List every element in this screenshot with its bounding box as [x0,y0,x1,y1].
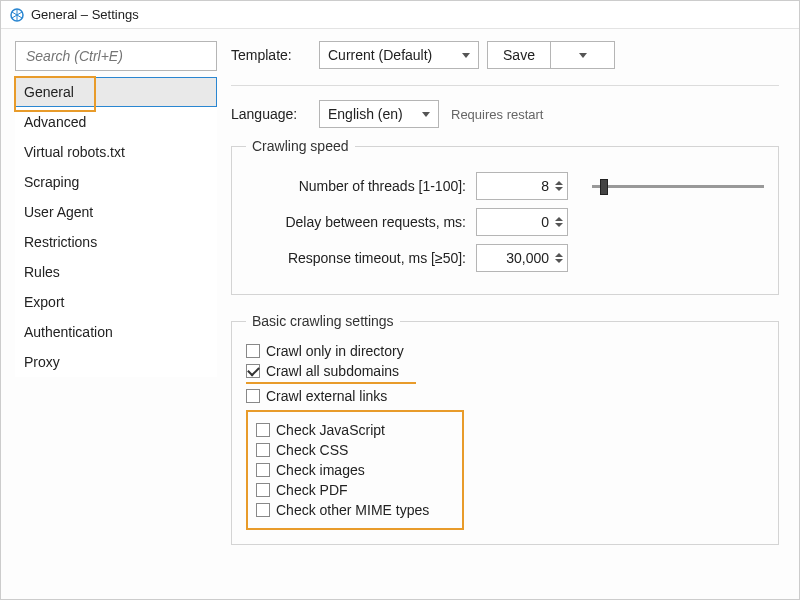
threads-value: 8 [541,178,549,194]
sidebar-item-restrictions[interactable]: Restrictions [15,227,217,257]
spinner-icon[interactable] [553,175,565,197]
basic-crawling-legend: Basic crawling settings [246,313,400,329]
checkbox-label: Check JavaScript [276,422,385,438]
sidebar: General Advanced Virtual robots.txt Scra… [15,41,217,599]
sidebar-item-advanced[interactable]: Advanced [15,107,217,137]
check-js-checkbox[interactable]: Check JavaScript [256,422,454,438]
sidebar-item-scraping[interactable]: Scraping [15,167,217,197]
check-pdf-checkbox[interactable]: Check PDF [256,482,454,498]
delay-input[interactable]: 0 [476,208,568,236]
template-label: Template: [231,47,311,63]
sidebar-item-label: Advanced [24,114,86,130]
basic-crawling-group: Basic crawling settings Crawl only in di… [231,313,779,545]
crawling-speed-legend: Crawling speed [246,138,355,154]
checkbox-icon [256,463,270,477]
threads-input[interactable]: 8 [476,172,568,200]
sidebar-item-label: Scraping [24,174,79,190]
language-value: English (en) [328,106,403,122]
delay-label: Delay between requests, ms: [246,214,466,230]
sidebar-item-label: Restrictions [24,234,97,250]
sidebar-item-virtual-robots[interactable]: Virtual robots.txt [15,137,217,167]
checkbox-icon [256,503,270,517]
sidebar-item-export[interactable]: Export [15,287,217,317]
app-icon [9,7,25,23]
sidebar-item-user-agent[interactable]: User Agent [15,197,217,227]
delay-value: 0 [541,214,549,230]
check-css-checkbox[interactable]: Check CSS [256,442,454,458]
window-title: General – Settings [31,7,139,22]
sidebar-item-label: Authentication [24,324,113,340]
check-types-highlight: Check JavaScript Check CSS Check images … [246,410,464,530]
checkbox-icon [256,423,270,437]
language-hint: Requires restart [451,107,543,122]
template-value: Current (Default) [328,47,432,63]
sidebar-item-authentication[interactable]: Authentication [15,317,217,347]
checkbox-label: Crawl external links [266,388,387,404]
checkbox-label: Check PDF [276,482,348,498]
language-select[interactable]: English (en) [319,100,439,128]
language-label: Language: [231,106,311,122]
checkbox-icon [256,443,270,457]
checkbox-label: Crawl all subdomains [266,363,399,379]
threads-label: Number of threads [1-100]: [246,178,466,194]
search-input[interactable] [24,47,208,65]
titlebar: General – Settings [1,1,799,29]
sidebar-nav: General Advanced Virtual robots.txt Scra… [15,77,217,377]
divider [231,85,779,86]
crawl-subdomains-checkbox[interactable]: Crawl all subdomains [246,363,416,384]
chevron-down-icon [422,112,430,117]
checkbox-label: Crawl only in directory [266,343,404,359]
search-input-wrap[interactable] [15,41,217,71]
spinner-icon[interactable] [553,211,565,233]
chevron-down-icon [579,53,587,58]
spinner-icon[interactable] [553,247,565,269]
checkbox-label: Check images [276,462,365,478]
checkbox-icon [246,364,260,378]
sidebar-item-label: User Agent [24,204,93,220]
checkbox-icon [256,483,270,497]
sidebar-item-label: Export [24,294,64,310]
sidebar-item-label: Rules [24,264,60,280]
sidebar-item-label: General [24,84,74,100]
crawl-external-checkbox[interactable]: Crawl external links [246,388,764,404]
timeout-input[interactable]: 30,000 [476,244,568,272]
timeout-label: Response timeout, ms [≥50]: [246,250,466,266]
sidebar-item-label: Virtual robots.txt [24,144,125,160]
sidebar-item-proxy[interactable]: Proxy [15,347,217,377]
sidebar-item-rules[interactable]: Rules [15,257,217,287]
save-button-group: Save [487,41,615,69]
checkbox-label: Check CSS [276,442,348,458]
check-mime-checkbox[interactable]: Check other MIME types [256,502,454,518]
settings-window: General – Settings General Advanced Virt… [0,0,800,600]
crawling-speed-group: Crawling speed Number of threads [1-100]… [231,138,779,295]
save-dropdown-button[interactable] [551,41,615,69]
check-images-checkbox[interactable]: Check images [256,462,454,478]
checkbox-label: Check other MIME types [276,502,429,518]
checkbox-icon [246,389,260,403]
timeout-value: 30,000 [506,250,549,266]
main-panel: Template: Current (Default) Save Languag… [231,41,785,599]
checkbox-icon [246,344,260,358]
sidebar-item-label: Proxy [24,354,60,370]
threads-slider[interactable] [592,176,764,196]
crawl-dir-checkbox[interactable]: Crawl only in directory [246,343,764,359]
save-button[interactable]: Save [487,41,551,69]
chevron-down-icon [462,53,470,58]
slider-thumb[interactable] [600,179,608,195]
template-select[interactable]: Current (Default) [319,41,479,69]
sidebar-item-general[interactable]: General [15,77,217,107]
